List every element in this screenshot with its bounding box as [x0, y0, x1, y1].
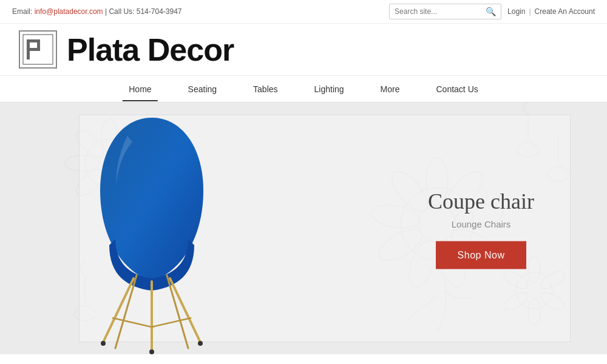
login-link[interactable]: Login — [507, 7, 525, 16]
main-nav: Home Seating Tables Lighting More Contac… — [0, 76, 607, 103]
nav-item-home[interactable]: Home — [110, 77, 169, 101]
svg-line-41 — [112, 318, 152, 327]
contact-info: Email: info@platadecor.com | Call Us: 51… — [12, 7, 182, 16]
top-bar: Email: info@platadecor.com | Call Us: 51… — [0, 0, 607, 24]
email-link[interactable]: info@platadecor.com — [35, 7, 103, 16]
svg-rect-4 — [27, 48, 38, 51]
auth-separator: | — [529, 7, 531, 16]
nav-item-more[interactable]: More — [362, 77, 418, 101]
shop-now-button[interactable]: Shop Now — [436, 241, 527, 269]
top-bar-right: 🔍 Login | Create An Account — [389, 4, 595, 19]
auth-links: Login | Create An Account — [507, 7, 595, 16]
product-name: Coupe chair — [428, 188, 534, 214]
nav-item-lighting[interactable]: Lighting — [296, 77, 362, 101]
search-button[interactable]: 🔍 — [481, 4, 501, 19]
svg-point-40 — [149, 349, 154, 354]
search-box: 🔍 — [389, 4, 501, 19]
svg-rect-5 — [37, 39, 40, 51]
call-label: | Call Us: — [105, 7, 134, 16]
search-input[interactable] — [390, 5, 481, 18]
email-label: Email: — [12, 7, 32, 16]
logo-container: Plata Decor — [18, 30, 234, 69]
svg-line-34 — [170, 278, 200, 342]
site-title: Plata Decor — [67, 32, 234, 68]
chair-image — [49, 106, 255, 354]
nav-item-tables[interactable]: Tables — [235, 77, 296, 101]
hero-text: Coupe chair Lounge Chairs Shop Now — [428, 188, 534, 269]
hero-section: Coupe chair Lounge Chairs Shop Now — [0, 103, 607, 354]
product-category: Lounge Chairs — [428, 218, 534, 229]
nav-item-seating[interactable]: Seating — [170, 77, 235, 101]
nav-item-contact[interactable]: Contact Us — [418, 77, 497, 101]
svg-line-42 — [152, 318, 191, 327]
svg-point-38 — [101, 341, 106, 346]
svg-point-39 — [198, 341, 203, 346]
create-account-link[interactable]: Create An Account — [535, 7, 595, 16]
logo-icon — [18, 30, 58, 69]
svg-line-33 — [103, 278, 134, 342]
site-header: Plata Decor — [0, 24, 607, 76]
phone-number: 514-704-3947 — [137, 7, 182, 16]
